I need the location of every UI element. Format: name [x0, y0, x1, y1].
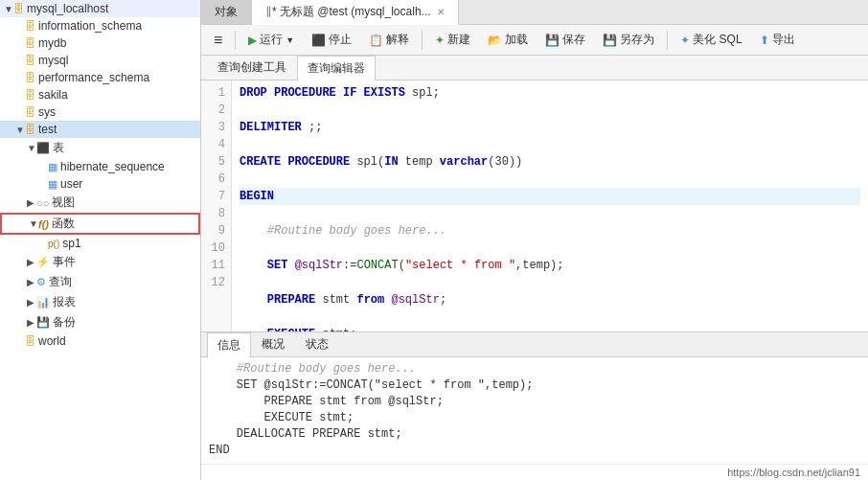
expand-arrow: ▶ — [27, 257, 36, 267]
sidebar-item-events[interactable]: ▶ ⚡ 事件 — [0, 252, 200, 272]
run-icon: ▶ — [248, 34, 257, 47]
tab-query-editor-label: 查询编辑器 — [308, 61, 365, 75]
db-icon: 🗄 — [25, 335, 35, 347]
load-icon: 📂 — [488, 34, 502, 47]
save-button[interactable]: 💾 保存 — [538, 29, 592, 51]
export-label: 导出 — [772, 32, 795, 48]
sidebar-item-mysql[interactable]: 🗄 mysql — [0, 52, 200, 69]
line-num: 8 — [207, 205, 225, 222]
line-num: 1 — [207, 84, 225, 102]
run-button[interactable]: ▶ 运行 ▼ — [241, 29, 301, 51]
tab-close-icon[interactable]: ✕ — [437, 7, 445, 17]
load-button[interactable]: 📂 加载 — [481, 29, 535, 51]
bottom-tab-bar: 信息 概况 状态 — [201, 332, 868, 357]
stop-icon: ⬛ — [311, 34, 326, 47]
sidebar-item-queries[interactable]: ▶ ⚙ 查询 — [0, 272, 200, 292]
sidebar-label: information_schema — [38, 19, 142, 33]
beautify-button[interactable]: ✦ 美化 SQL — [674, 29, 748, 51]
sidebar-item-sys[interactable]: 🗄 sys — [0, 103, 200, 121]
line-numbers: 1 2 3 4 5 6 7 8 9 10 11 12 — [201, 80, 232, 331]
sidebar-label: 报表 — [53, 294, 76, 310]
sidebar-label-mysql: mysql_localhost — [27, 2, 108, 15]
tab-obj-label: 对象 — [215, 4, 238, 20]
sidebar-label: 视图 — [52, 194, 75, 211]
tab-status[interactable]: 状态 — [295, 331, 339, 357]
code-content[interactable]: DROP PROCEDURE IF EXISTS spl; DELIMITER … — [232, 80, 868, 331]
explain-label: 解释 — [386, 32, 409, 48]
watermark-text: https://blog.csdn.net/jclian91 — [727, 467, 860, 478]
save-label: 保存 — [562, 32, 585, 48]
sidebar-item-views[interactable]: ▶ ○○ 视图 — [0, 193, 200, 213]
line-num: 4 — [207, 136, 225, 153]
tab-status-label: 状态 — [306, 337, 329, 351]
expand-arrow: ▼ — [4, 4, 13, 14]
sidebar-item-mysql-localhost[interactable]: ▼ 🗄 mysql_localhost — [0, 0, 200, 17]
sidebar-item-world[interactable]: 🗄 world — [0, 332, 200, 350]
bottom-footer: https://blog.csdn.net/jclian91 — [201, 464, 868, 480]
expand-arrow: ▶ — [27, 277, 36, 287]
tab-bar-top: 对象 ∥* 无标题 @test (mysql_localh... ✕ — [201, 0, 868, 25]
right-panel: 对象 ∥* 无标题 @test (mysql_localh... ✕ ≡ ▶ 运… — [201, 0, 868, 480]
sidebar-label: 查询 — [49, 274, 72, 290]
report-icon: 📊 — [36, 296, 50, 309]
db-icon: 🗄 — [25, 37, 35, 49]
tab-info[interactable]: 信息 — [207, 332, 251, 358]
sidebar-item-information-schema[interactable]: 🗄 information_schema — [0, 17, 200, 34]
sidebar-label: hibernate_sequence — [60, 160, 165, 173]
sidebar-item-performance-schema[interactable]: 🗄 performance_schema — [0, 69, 200, 86]
load-label: 加载 — [505, 32, 528, 48]
explain-icon: 📋 — [369, 34, 383, 47]
tab-info-label: 信息 — [217, 338, 240, 352]
sidebar-item-test[interactable]: ▼ 🗄 test — [0, 121, 200, 138]
view-icon: ○○ — [36, 197, 49, 209]
separator — [235, 31, 236, 50]
sidebar-item-reports[interactable]: ▶ 📊 报表 — [0, 292, 200, 312]
event-icon: ⚡ — [36, 256, 50, 268]
sidebar-label: performance_schema — [38, 71, 149, 84]
menu-button[interactable]: ≡ — [207, 29, 229, 52]
sidebar-item-sp1[interactable]: p() sp1 — [0, 235, 200, 252]
proc-icon: p() — [48, 239, 59, 249]
sidebar-label: sakila — [38, 88, 68, 102]
tab-query-editor[interactable]: 查询编辑器 — [297, 56, 376, 81]
toolbar: ≡ ▶ 运行 ▼ ⬛ 停止 📋 解释 ✦ 新建 📂 — [201, 25, 868, 56]
db-icon: 🗄 — [25, 72, 35, 83]
save-icon: 💾 — [545, 34, 560, 47]
saveas-button[interactable]: 💾 另存为 — [596, 29, 661, 51]
sidebar-item-user[interactable]: ▦ user — [0, 175, 200, 193]
db-icon: 🗄 — [25, 20, 35, 32]
table-folder-icon: ⬛ — [36, 142, 50, 154]
tab-editor[interactable]: ∥* 无标题 @test (mysql_localh... ✕ — [252, 0, 459, 25]
tab-create-tool[interactable]: 查询创建工具 — [207, 55, 297, 80]
beautify-icon: ✦ — [680, 34, 690, 47]
line-num: 3 — [207, 119, 225, 136]
db-icon: 🗄 — [25, 55, 35, 66]
code-editor[interactable]: 1 2 3 4 5 6 7 8 9 10 11 12 DROP PROCEDUR… — [201, 80, 868, 331]
stop-button[interactable]: ⬛ 停止 — [305, 29, 358, 51]
query-icon: ⚙ — [36, 276, 46, 288]
sidebar-item-hibernate[interactable]: ▦ hibernate_sequence — [0, 158, 200, 175]
sidebar-item-functions[interactable]: ▼ f() 函数 — [0, 213, 200, 235]
sidebar-label: mysql — [38, 54, 68, 67]
db-icon: 🗄 — [25, 106, 35, 118]
tab-obj[interactable]: 对象 — [201, 0, 252, 24]
line-num: 7 — [207, 188, 225, 205]
sidebar-item-sakila[interactable]: 🗄 sakila — [0, 86, 200, 103]
sidebar-item-backups[interactable]: ▶ 💾 备份 — [0, 312, 200, 332]
sidebar-label: world — [38, 334, 66, 348]
sidebar-label-sp1: sp1 — [62, 237, 80, 250]
new-button[interactable]: ✦ 新建 — [428, 29, 477, 51]
expand-arrow: ▶ — [27, 317, 36, 328]
tab-overview[interactable]: 概况 — [251, 331, 295, 357]
backup-icon: 💾 — [36, 316, 50, 329]
new-icon: ✦ — [435, 34, 445, 47]
sidebar-item-mydb[interactable]: 🗄 mydb — [0, 34, 200, 52]
sidebar-item-tables[interactable]: ▼ ⬛ 表 — [0, 138, 200, 158]
run-dropdown-icon[interactable]: ▼ — [286, 35, 294, 45]
sidebar-label: mydb — [38, 36, 66, 50]
line-num: 2 — [207, 102, 225, 119]
explain-button[interactable]: 📋 解释 — [362, 29, 416, 51]
expand-arrow: ▼ — [15, 125, 25, 135]
sidebar-label: 表 — [53, 140, 64, 156]
export-button[interactable]: ⬆ 导出 — [753, 29, 802, 51]
